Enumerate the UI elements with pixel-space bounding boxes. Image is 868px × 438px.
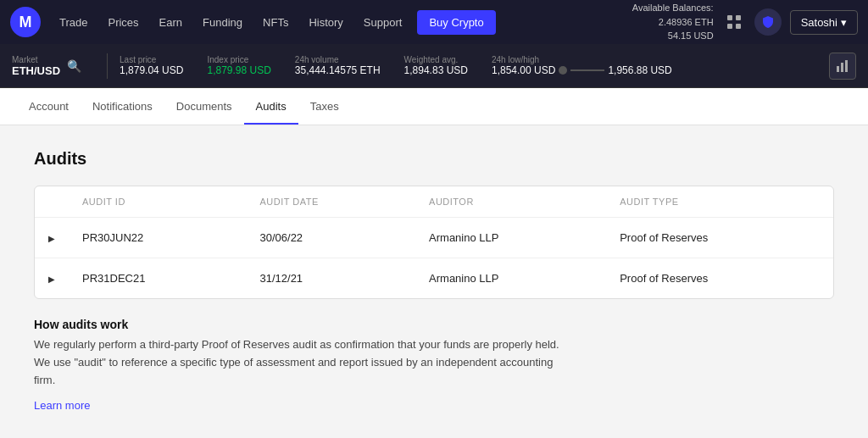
svg-rect-3 <box>736 24 741 29</box>
logo[interactable]: M <box>10 7 41 37</box>
expand-arrow-1[interactable]: ▶ <box>48 274 55 284</box>
low-high-label: 24h low/high <box>492 55 672 64</box>
audit-table-container: AUDIT ID AUDIT DATE AUDITOR AUDIT TYPE ▶… <box>34 186 834 299</box>
tab-taxes[interactable]: Taxes <box>298 90 351 125</box>
audit-type-1: Proof of Reserves <box>606 258 833 299</box>
logo-text: M <box>19 14 32 31</box>
svg-rect-0 <box>727 15 732 20</box>
high-value: 1,956.88 USD <box>608 64 671 76</box>
table-row: ▶ PR31DEC21 31/12/21 Armanino LLP Proof … <box>35 258 833 299</box>
main-content: Audits AUDIT ID AUDIT DATE AUDITOR AUDIT… <box>0 125 868 438</box>
how-audits-text: We regularly perform a third-party Proof… <box>34 336 559 389</box>
balances-usd: 54.15 USD <box>632 29 714 43</box>
top-navigation: M Trade Prices Earn Funding NFTs History… <box>0 0 868 44</box>
svg-rect-4 <box>837 66 839 72</box>
table-header-row: AUDIT ID AUDIT DATE AUDITOR AUDIT TYPE <box>35 186 833 218</box>
low-high-group: 24h low/high 1,854.00 USD 1,956.88 USD <box>492 55 672 76</box>
table-row: ▶ PR30JUN22 30/06/22 Armanino LLP Proof … <box>35 218 833 258</box>
page-title: Audits <box>34 149 834 169</box>
svg-rect-1 <box>736 15 741 20</box>
account-name: Satoshi <box>801 16 837 29</box>
volume-value: 35,444.14575 ETH <box>295 64 381 76</box>
col-header-audit-date: AUDIT DATE <box>246 186 415 218</box>
col-header-audit-id: AUDIT ID <box>69 186 246 218</box>
last-price-group: Last price 1,879.04 USD <box>120 55 183 76</box>
tab-audits[interactable]: Audits <box>244 90 298 125</box>
auditor-0: Armanino LLP <box>415 218 606 258</box>
nav-funding[interactable]: Funding <box>194 11 251 34</box>
divider <box>107 53 108 79</box>
nav-history[interactable]: History <box>300 11 351 34</box>
svg-rect-5 <box>841 63 843 72</box>
svg-rect-6 <box>845 60 848 72</box>
learn-more-link[interactable]: Learn more <box>34 399 90 412</box>
audit-id-0: PR30JUN22 <box>69 218 246 258</box>
tab-documents[interactable]: Documents <box>164 90 244 125</box>
shield-icon[interactable] <box>754 8 782 36</box>
range-dot <box>559 66 567 75</box>
chart-icon[interactable] <box>829 53 856 80</box>
index-price-value: 1,879.98 USD <box>207 64 270 76</box>
range-indicator: 1,854.00 USD 1,956.88 USD <box>492 64 672 76</box>
balances-display: Available Balances: 2.48936 ETH 54.15 US… <box>632 1 714 43</box>
expand-arrow-0[interactable]: ▶ <box>48 234 55 243</box>
audit-table: AUDIT ID AUDIT DATE AUDITOR AUDIT TYPE ▶… <box>35 186 833 298</box>
range-line <box>570 69 604 71</box>
nav-earn[interactable]: Earn <box>151 11 191 34</box>
last-price-value: 1,879.04 USD <box>120 64 183 76</box>
tab-account[interactable]: Account <box>17 90 81 125</box>
market-label: Market <box>12 55 60 64</box>
svg-rect-2 <box>727 24 732 29</box>
audit-type-0: Proof of Reserves <box>606 218 833 258</box>
auditor-1: Armanino LLP <box>415 258 606 299</box>
market-bar: Market ETH/USD 🔍 Last price 1,879.04 USD… <box>0 44 868 88</box>
col-header-audit-type: AUDIT TYPE <box>606 186 833 218</box>
last-price-label: Last price <box>120 55 183 64</box>
audit-date-1: 31/12/21 <box>246 258 415 299</box>
weighted-group: Weighted avg. 1,894.83 USD <box>404 55 468 76</box>
market-pair: Market ETH/USD <box>12 55 60 77</box>
nav-trade[interactable]: Trade <box>51 11 96 34</box>
audit-id-1: PR31DEC21 <box>69 258 246 299</box>
chevron-down-icon: ▾ <box>841 16 847 29</box>
buy-crypto-button[interactable]: Buy Crypto <box>417 10 495 35</box>
nav-prices[interactable]: Prices <box>99 11 147 34</box>
volume-label: 24h volume <box>295 55 381 64</box>
account-button[interactable]: Satoshi ▾ <box>790 10 858 35</box>
index-price-group: Index price 1,879.98 USD <box>207 55 270 76</box>
col-header-auditor: AUDITOR <box>415 186 606 218</box>
audit-date-0: 30/06/22 <box>246 218 415 258</box>
balances-eth: 2.48936 ETH <box>632 15 714 30</box>
how-audits-title: How audits work <box>34 318 834 331</box>
nav-nfts[interactable]: NFTs <box>254 11 297 34</box>
weighted-value: 1,894.83 USD <box>404 64 468 76</box>
grid-icon[interactable] <box>722 10 746 34</box>
index-price-label: Index price <box>207 55 270 64</box>
low-value: 1,854.00 USD <box>492 64 555 76</box>
tab-notifications[interactable]: Notifications <box>81 90 164 125</box>
nav-support[interactable]: Support <box>355 11 411 34</box>
account-tabs-bar: Account Notifications Documents Audits T… <box>0 88 868 125</box>
nav-right: Available Balances: 2.48936 ETH 54.15 US… <box>632 1 858 43</box>
search-icon[interactable]: 🔍 <box>67 59 81 73</box>
balances-title: Available Balances: <box>632 1 714 15</box>
col-header-expand <box>35 186 69 218</box>
market-pair-value: ETH/USD <box>12 64 60 77</box>
weighted-label: Weighted avg. <box>404 55 468 64</box>
volume-group: 24h volume 35,444.14575 ETH <box>295 55 381 76</box>
